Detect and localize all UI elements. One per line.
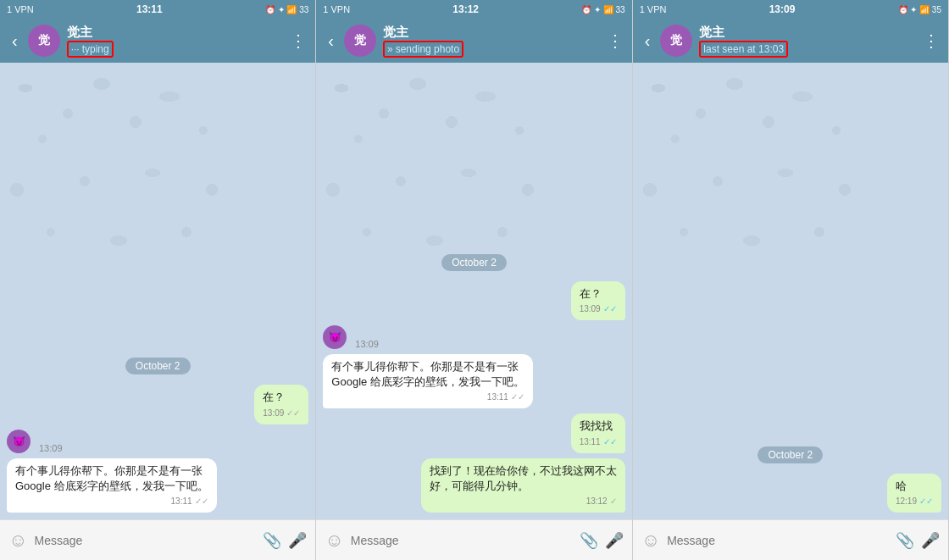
msg-row: 在？ 13:09 ✓✓ — [323, 281, 624, 320]
vpn-label-1: 1 VPN — [7, 4, 34, 14]
status-icons-3: ⏰ ✦ 📶 35 — [898, 5, 941, 14]
mic-button-2[interactable]: 🎤 — [605, 531, 624, 550]
bubble-meta: 13:11 ✓✓ — [15, 496, 208, 507]
bubble-text: 在？ — [263, 390, 300, 405]
bubble-text: 有个事儿得你帮下。你那是不是有一张Google 给底彩字的壁纸，发我一下吧。 — [15, 463, 208, 494]
input-bar-3: ☺ 📎 🎤 — [633, 519, 948, 560]
message-input-2[interactable] — [351, 534, 573, 547]
menu-button-2[interactable]: ⋮ — [607, 30, 624, 51]
check-icon: ✓✓ — [919, 496, 933, 507]
status-icon-2: » — [387, 43, 393, 55]
msg-time: 13:09 — [263, 408, 284, 419]
input-bar-1: ☺ 📎 🎤 — [0, 519, 315, 560]
avatar-small: 😈 — [323, 325, 347, 349]
msg-time: 12:19 — [896, 496, 917, 507]
msg-row: 有个事儿得你帮下。你那是不是有一张Google 给底彩字的壁纸，发我一下吧。 1… — [323, 354, 624, 408]
attach-button-3[interactable]: 📎 — [896, 531, 914, 550]
chat-panel-2: 1 VPN 13:12 ⏰ ✦ 📶 33 ‹ 觉 觉主 » sending ph… — [316, 0, 632, 560]
msg-row: 找到了！现在给你传，不过我这网不太好，可能得几分钟。 13:12 ✓ — [323, 458, 624, 513]
msg-time: 13:11 — [171, 496, 192, 507]
attach-button-1[interactable]: 📎 — [263, 531, 281, 550]
avatar-2: 觉 — [344, 25, 376, 57]
vpn-label-2: 1 VPN — [323, 4, 350, 14]
emoji-button-1[interactable]: ☺ — [8, 530, 27, 552]
messages-2: October 2 在？ 13:09 ✓✓ 😈 13:09 — [323, 247, 624, 513]
chat-header-1: ‹ 觉 觉主 ··· typing ⋮ — [0, 19, 315, 63]
msg-time: 13:11 — [580, 436, 601, 448]
msg-row: 😈 13:09 — [323, 325, 624, 349]
chat-header-3: ‹ 觉 觉主 last seen at 13:03 ⋮ — [633, 19, 948, 63]
bubble-meta: 13:11 ✓✓ — [580, 436, 617, 448]
msg-row: 有个事儿得你帮下。你那是不是有一张Google 给底彩字的壁纸，发我一下吧。 1… — [7, 458, 308, 513]
msg-time: 13:11 — [487, 391, 508, 403]
mic-button-1[interactable]: 🎤 — [288, 531, 307, 550]
header-status-1: ··· typing — [67, 41, 284, 58]
msg-row: 哈 12:19 ✓✓ — [640, 474, 941, 513]
bubble-out: 在？ 13:09 ✓✓ — [254, 385, 308, 424]
contact-name-3: 觉主 — [699, 25, 916, 41]
avatar-1: 觉 — [28, 25, 60, 57]
header-info-3: 觉主 last seen at 13:03 — [699, 25, 916, 58]
header-status-3: last seen at 13:03 — [699, 41, 916, 58]
sticker-time: 13:09 — [355, 339, 379, 349]
bubble-text: 在？ — [580, 286, 617, 302]
attach-button-2[interactable]: 📎 — [580, 531, 598, 550]
bubble-out: 我找找 13:11 ✓✓ — [571, 413, 625, 452]
vpn-label-3: 1 VPN — [640, 4, 667, 14]
message-input-3[interactable] — [667, 534, 889, 547]
bubble-text: 找到了！现在给你传，不过我这网不太好，可能得几分钟。 — [430, 463, 617, 494]
bubble-meta: 13:09 ✓✓ — [263, 408, 300, 419]
status-text-2: sending photo — [396, 43, 459, 55]
status-icons-1: ⏰ ✦ 📶 33 — [265, 5, 308, 14]
time-3: 13:09 — [769, 3, 796, 15]
status-bar-3: 1 VPN 13:09 ⏰ ✦ 📶 35 — [633, 0, 948, 19]
check-icon: ✓ — [610, 496, 617, 507]
msg-row: 😈 13:09 — [7, 430, 308, 453]
bubble-in: 有个事儿得你帮下。你那是不是有一张Google 给底彩字的壁纸，发我一下吧。 1… — [323, 354, 533, 408]
input-bar-2: ☺ 📎 🎤 — [316, 519, 631, 560]
check-icon: ✓✓ — [195, 496, 208, 507]
bubble-meta: 13:11 ✓✓ — [331, 391, 524, 403]
chat-panel-1: 1 VPN 13:11 ⏰ ✦ 📶 33 ‹ 觉 觉主 ··· typing ⋮… — [0, 0, 316, 560]
back-button-3[interactable]: ‹ — [641, 31, 654, 51]
status-icons-2: ⏰ ✦ 📶 33 — [581, 5, 624, 14]
msg-row: 在？ 13:09 ✓✓ — [7, 385, 308, 424]
bubble-out: 在？ 13:09 ✓✓ — [571, 281, 625, 320]
check-icon: ✓✓ — [603, 303, 617, 315]
chat-area-2: October 2 在？ 13:09 ✓✓ 😈 13:09 — [316, 63, 631, 519]
bubble-text: 有个事儿得你帮下。你那是不是有一张Google 给底彩字的壁纸，发我一下吧。 — [331, 359, 524, 390]
bubble-meta: 13:09 ✓✓ — [580, 303, 617, 315]
contact-name-1: 觉主 — [67, 25, 284, 41]
message-input-1[interactable] — [34, 534, 256, 547]
mic-button-3[interactable]: 🎤 — [921, 531, 940, 550]
emoji-button-3[interactable]: ☺ — [641, 530, 660, 552]
messages-1: October 2 在？ 13:09 ✓✓ 😈 13:09 — [7, 351, 308, 513]
status-highlight-2: » sending photo — [383, 41, 463, 58]
check-icon: ✓✓ — [603, 436, 617, 448]
bubble-text: 哈 — [896, 479, 933, 494]
date-label-2: October 2 — [323, 254, 624, 269]
time-2: 13:12 — [452, 3, 479, 15]
back-button-1[interactable]: ‹ — [8, 31, 21, 51]
bubble-meta: 13:12 ✓ — [430, 496, 617, 507]
date-label-1: October 2 — [7, 358, 308, 373]
chat-panel-3: 1 VPN 13:09 ⏰ ✦ 📶 35 ‹ 觉 觉主 last seen at… — [633, 0, 949, 560]
bubble-meta: 12:19 ✓✓ — [896, 496, 933, 507]
bubble-text: 我找找 — [580, 419, 617, 434]
avatar-3: 觉 — [660, 25, 692, 57]
menu-button-1[interactable]: ⋮ — [290, 30, 307, 51]
chat-area-1: October 2 在？ 13:09 ✓✓ 😈 13:09 — [0, 63, 315, 519]
avatar-small: 😈 — [7, 430, 31, 453]
menu-button-3[interactable]: ⋮ — [923, 30, 940, 51]
bubble-in: 有个事儿得你帮下。你那是不是有一张Google 给底彩字的壁纸，发我一下吧。 1… — [7, 458, 217, 513]
emoji-button-2[interactable]: ☺ — [325, 530, 343, 552]
status-icon-1: ··· — [71, 43, 80, 55]
check-icon: ✓✓ — [286, 408, 300, 419]
msg-time: 13:09 — [580, 303, 601, 315]
check-icon: ✓✓ — [511, 391, 524, 403]
header-info-1: 觉主 ··· typing — [67, 25, 284, 58]
status-text-1: typing — [82, 43, 109, 55]
back-button-2[interactable]: ‹ — [325, 31, 337, 51]
msg-row: 我找找 13:11 ✓✓ — [323, 413, 624, 452]
status-bar-1: 1 VPN 13:11 ⏰ ✦ 📶 33 — [0, 0, 315, 19]
